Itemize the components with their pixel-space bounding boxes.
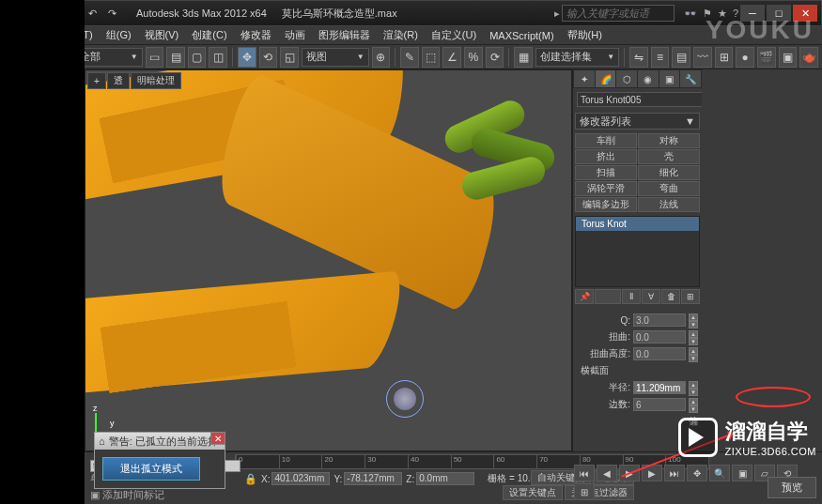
material-icon[interactable]: ●	[736, 47, 754, 68]
angle-snap-icon[interactable]: ∠	[442, 47, 461, 68]
zoom-icon[interactable]: 🔍	[709, 465, 730, 481]
play-icon[interactable]: ▶	[619, 465, 640, 481]
menu-maxscript[interactable]: MAXScript(M)	[484, 28, 559, 43]
setkey-button[interactable]: 设置关键点	[503, 485, 563, 500]
create-tab-icon[interactable]: ✦	[574, 70, 595, 87]
q-spinner[interactable]: 3.0	[633, 313, 686, 327]
move-icon[interactable]: ✥	[238, 47, 256, 68]
named-sel-dropdown[interactable]: 创建选择集▼	[535, 48, 619, 67]
close-button[interactable]: ✕	[793, 5, 817, 22]
menu-graph[interactable]: 图形编辑器	[313, 26, 376, 44]
exit-isolate-button[interactable]: 退出孤立模式	[102, 457, 200, 481]
rotate-icon[interactable]: ⟲	[259, 47, 278, 68]
prev-frame-icon[interactable]: ◀	[597, 465, 617, 481]
mod-editpoly-button[interactable]: 编辑多边形	[575, 197, 637, 212]
dialog-title-bar[interactable]: ⌂ 警告: 已孤立的当前选择	[95, 433, 225, 450]
binoculars-icon[interactable]: 👓	[684, 8, 697, 20]
menu-customize[interactable]: 自定义(U)	[426, 26, 482, 44]
mod-bend-button[interactable]: 弯曲	[638, 181, 700, 196]
zoom-extents-icon[interactable]: ▣	[732, 465, 752, 481]
viewport[interactable]: + 透 明暗处理 x z y	[85, 69, 572, 451]
menu-animation[interactable]: 动画	[279, 26, 311, 44]
utilities-tab-icon[interactable]: 🔧	[680, 70, 701, 87]
modifier-stack[interactable]: Torus Knot	[575, 216, 700, 287]
align-icon[interactable]: ≡	[651, 47, 670, 68]
object-name-input[interactable]	[577, 92, 704, 107]
dialog-close-icon[interactable]: ✕	[210, 432, 225, 445]
manipulate-icon[interactable]: ✎	[400, 47, 419, 68]
menu-create[interactable]: 创建(C)	[186, 26, 232, 44]
twist-spinner[interactable]: 0.0	[633, 330, 686, 344]
communication-icon[interactable]: ⚑	[703, 8, 712, 20]
help-icon[interactable]: ?	[733, 8, 738, 20]
display-tab-icon[interactable]: ▣	[659, 70, 680, 87]
y-input[interactable]: -78.127mm	[344, 472, 402, 485]
goto-start-icon[interactable]: ⏮	[574, 465, 595, 481]
lock-icon[interactable]: 🔒	[244, 473, 257, 485]
undo-icon[interactable]: ↶	[83, 5, 101, 22]
window-crossing-icon[interactable]: ◫	[209, 47, 227, 68]
mod-shell-button[interactable]: 壳	[638, 149, 700, 164]
pan-icon[interactable]: ✥	[687, 465, 707, 481]
pivot-icon[interactable]: ⊕	[372, 47, 391, 68]
stack-item[interactable]: Torus Knot	[576, 217, 699, 231]
remove-mod-icon[interactable]: 🗑	[661, 289, 680, 304]
mod-normal-button[interactable]: 法线	[638, 197, 700, 212]
motion-tab-icon[interactable]: ◉	[638, 70, 659, 87]
pin-stack-icon[interactable]: 📌	[575, 289, 594, 304]
viewport-plus-button[interactable]: +	[87, 72, 106, 89]
menu-render[interactable]: 渲染(R)	[378, 26, 424, 44]
percent-snap-icon[interactable]: %	[464, 47, 483, 68]
help-arrow-icon[interactable]: ▸	[554, 8, 560, 20]
schematic-icon[interactable]: ⊞	[715, 47, 734, 68]
menu-group[interactable]: 组(G)	[101, 26, 137, 44]
modifier-list-dropdown[interactable]: 修改器列表▼	[575, 113, 700, 130]
select-region-icon[interactable]: ▢	[188, 47, 207, 68]
menu-help[interactable]: 帮助(H)	[562, 26, 608, 44]
mod-tessellate-button[interactable]: 细化	[638, 165, 700, 180]
layer-icon[interactable]: ▤	[672, 47, 690, 68]
goto-end-icon[interactable]: ⏭	[664, 465, 685, 481]
select-icon[interactable]: ▭	[146, 47, 164, 68]
z-input[interactable]: 0.0mm	[416, 472, 474, 485]
render-icon[interactable]: 🫖	[799, 47, 818, 68]
snap-icon[interactable]: ⬚	[422, 47, 441, 68]
max-viewport-icon[interactable]: ⊞	[574, 483, 595, 500]
named-sel-icon[interactable]: ▦	[514, 47, 533, 68]
mod-sweep-button[interactable]: 扫描	[575, 165, 637, 180]
mod-lathe-button[interactable]: 车削	[575, 133, 637, 148]
render-frame-icon[interactable]: ▣	[779, 47, 798, 68]
transform-gizmo-icon[interactable]	[386, 380, 424, 418]
add-time-tag[interactable]: 添加时间标记	[102, 489, 164, 500]
viewport-persp-button[interactable]: 透	[107, 72, 130, 89]
radius-spinner[interactable]: 11.209mm	[633, 381, 686, 394]
time-tag-icon[interactable]: ▣	[90, 489, 100, 500]
mod-turbosmooth-button[interactable]: 涡轮平滑	[575, 181, 637, 196]
modify-tab-icon[interactable]: 🌈	[596, 70, 616, 87]
twist-height-spinner[interactable]: 0.0	[633, 347, 686, 360]
selection-filter-dropdown[interactable]: 全部▼	[75, 48, 143, 67]
viewport-shade-button[interactable]: 明暗处理	[131, 72, 181, 89]
next-frame-icon[interactable]: ▶	[642, 465, 662, 481]
mirror-icon[interactable]: ⇋	[629, 47, 648, 68]
unique-icon[interactable]: ∀	[642, 289, 660, 304]
configure-icon[interactable]: ⊞	[681, 289, 700, 304]
search-input[interactable]	[562, 5, 675, 22]
mod-symmetry-button[interactable]: 对称	[638, 133, 700, 148]
minimize-button[interactable]: ─	[740, 5, 765, 22]
favorite-icon[interactable]: ★	[718, 8, 727, 20]
render-setup-icon[interactable]: 🎬	[757, 47, 776, 68]
select-name-icon[interactable]: ▤	[166, 47, 185, 68]
spinner-snap-icon[interactable]: ⟳	[486, 47, 504, 68]
hierarchy-tab-icon[interactable]: ⬡	[616, 70, 637, 87]
scale-icon[interactable]: ◱	[280, 47, 299, 68]
menu-views[interactable]: 视图(V)	[139, 26, 185, 44]
maximize-button[interactable]: □	[767, 5, 791, 22]
x-input[interactable]: 401.023mm	[271, 472, 330, 485]
curve-editor-icon[interactable]: 〰	[693, 47, 712, 68]
menu-modifiers[interactable]: 修改器	[235, 26, 277, 44]
redo-icon[interactable]: ↷	[102, 5, 121, 22]
ref-coord-dropdown[interactable]: 视图▼	[302, 48, 369, 67]
show-end-icon[interactable]: Ⅱ	[622, 289, 641, 304]
sides-spinner[interactable]: 6	[633, 398, 686, 411]
